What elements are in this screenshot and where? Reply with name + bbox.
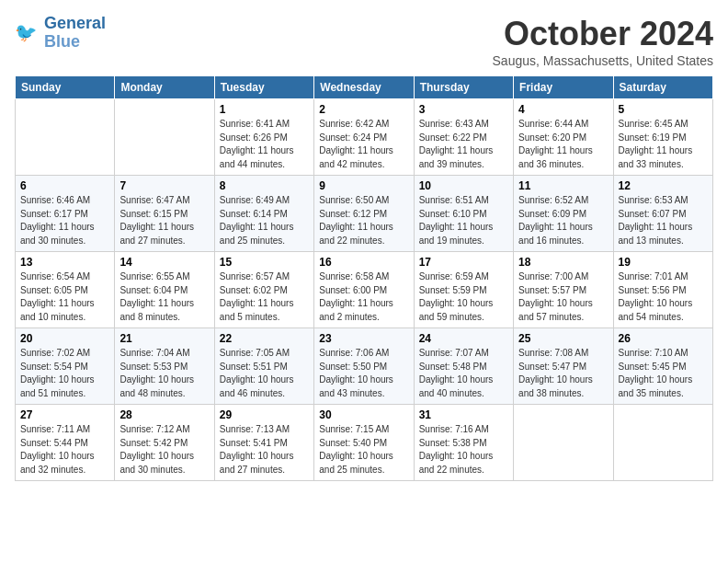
day-cell-0-0 (16, 99, 115, 176)
day-number: 27 (20, 408, 109, 421)
day-info: Sunrise: 7:01 AMSunset: 5:56 PMDaylight:… (619, 270, 708, 324)
day-cell-0-1 (115, 99, 214, 176)
week-row-1: 6Sunrise: 6:46 AMSunset: 6:17 PMDaylight… (16, 176, 713, 252)
day-info: Sunrise: 6:57 AMSunset: 6:02 PMDaylight:… (220, 270, 309, 324)
day-number: 7 (119, 179, 209, 192)
day-number: 3 (419, 103, 508, 116)
day-cell-4-2: 29Sunrise: 7:13 AMSunset: 5:41 PMDayligh… (214, 405, 313, 481)
day-cell-2-0: 13Sunrise: 6:54 AMSunset: 6:05 PMDayligh… (16, 252, 115, 328)
day-cell-3-1: 21Sunrise: 7:04 AMSunset: 5:53 PMDayligh… (115, 328, 214, 405)
day-info: Sunrise: 6:54 AMSunset: 6:05 PMDaylight:… (20, 270, 109, 324)
day-cell-0-3: 2Sunrise: 6:42 AMSunset: 6:24 PMDaylight… (314, 99, 414, 176)
day-cell-4-4: 31Sunrise: 7:16 AMSunset: 5:38 PMDayligh… (414, 405, 513, 481)
day-cell-0-6: 5Sunrise: 6:45 AMSunset: 6:19 PMDaylight… (613, 99, 712, 176)
day-cell-3-2: 22Sunrise: 7:05 AMSunset: 5:51 PMDayligh… (214, 328, 313, 405)
day-number: 8 (220, 179, 309, 192)
day-number: 20 (20, 332, 109, 345)
day-cell-0-2: 1Sunrise: 6:41 AMSunset: 6:26 PMDaylight… (214, 99, 313, 176)
day-cell-1-4: 10Sunrise: 6:51 AMSunset: 6:10 PMDayligh… (414, 176, 513, 252)
day-number: 17 (419, 256, 508, 269)
header-thursday: Thursday (414, 76, 513, 99)
day-info: Sunrise: 6:41 AMSunset: 6:26 PMDaylight:… (220, 118, 309, 171)
day-cell-1-3: 9Sunrise: 6:50 AMSunset: 6:12 PMDaylight… (314, 176, 414, 252)
day-info: Sunrise: 7:12 AMSunset: 5:42 PMDaylight:… (119, 423, 209, 477)
day-cell-0-4: 3Sunrise: 6:43 AMSunset: 6:22 PMDaylight… (414, 99, 513, 176)
day-info: Sunrise: 7:10 AMSunset: 5:45 PMDaylight:… (619, 347, 708, 400)
header-sunday: Sunday (16, 76, 115, 99)
day-number: 21 (119, 332, 209, 345)
day-info: Sunrise: 6:45 AMSunset: 6:19 PMDaylight:… (619, 118, 708, 171)
header-friday: Friday (514, 76, 613, 99)
day-number: 2 (319, 103, 408, 116)
day-cell-1-2: 8Sunrise: 6:49 AMSunset: 6:14 PMDaylight… (214, 176, 313, 252)
day-number: 6 (20, 179, 109, 192)
title-block: October 2024 Saugus, Massachusetts, Unit… (493, 15, 713, 68)
day-info: Sunrise: 7:11 AMSunset: 5:44 PMDaylight:… (20, 423, 109, 477)
day-info: Sunrise: 7:13 AMSunset: 5:41 PMDaylight:… (220, 423, 309, 477)
day-cell-1-5: 11Sunrise: 6:52 AMSunset: 6:09 PMDayligh… (514, 176, 613, 252)
day-number: 30 (319, 408, 408, 421)
day-info: Sunrise: 7:08 AMSunset: 5:47 PMDaylight:… (518, 347, 608, 400)
day-cell-2-1: 14Sunrise: 6:55 AMSunset: 6:04 PMDayligh… (115, 252, 214, 328)
day-info: Sunrise: 7:04 AMSunset: 5:53 PMDaylight:… (119, 347, 209, 400)
day-info: Sunrise: 6:47 AMSunset: 6:15 PMDaylight:… (119, 194, 209, 247)
day-cell-0-5: 4Sunrise: 6:44 AMSunset: 6:20 PMDaylight… (514, 99, 613, 176)
day-info: Sunrise: 6:44 AMSunset: 6:20 PMDaylight:… (518, 118, 608, 171)
calendar-header-row: Sunday Monday Tuesday Wednesday Thursday… (16, 76, 713, 99)
week-row-0: 1Sunrise: 6:41 AMSunset: 6:26 PMDaylight… (16, 99, 713, 176)
header-saturday: Saturday (613, 76, 712, 99)
day-number: 10 (419, 179, 508, 192)
day-cell-1-6: 12Sunrise: 6:53 AMSunset: 6:07 PMDayligh… (613, 176, 712, 252)
day-cell-4-0: 27Sunrise: 7:11 AMSunset: 5:44 PMDayligh… (16, 405, 115, 481)
day-cell-2-5: 18Sunrise: 7:00 AMSunset: 5:57 PMDayligh… (514, 252, 613, 328)
day-number: 24 (419, 332, 508, 345)
day-cell-4-1: 28Sunrise: 7:12 AMSunset: 5:42 PMDayligh… (115, 405, 214, 481)
day-info: Sunrise: 7:16 AMSunset: 5:38 PMDaylight:… (419, 423, 508, 477)
location: Saugus, Massachusetts, United States (493, 53, 713, 68)
day-info: Sunrise: 6:51 AMSunset: 6:10 PMDaylight:… (419, 194, 508, 247)
day-number: 18 (518, 256, 608, 269)
day-cell-4-5 (514, 405, 613, 481)
day-number: 28 (119, 408, 209, 421)
day-info: Sunrise: 7:05 AMSunset: 5:51 PMDaylight:… (220, 347, 309, 400)
day-number: 1 (220, 103, 309, 116)
day-cell-3-6: 26Sunrise: 7:10 AMSunset: 5:45 PMDayligh… (613, 328, 712, 405)
day-info: Sunrise: 6:43 AMSunset: 6:22 PMDaylight:… (419, 118, 508, 171)
day-info: Sunrise: 6:55 AMSunset: 6:04 PMDaylight:… (119, 270, 209, 324)
month-title: October 2024 (493, 15, 713, 53)
day-info: Sunrise: 6:49 AMSunset: 6:14 PMDaylight:… (220, 194, 309, 247)
day-cell-1-0: 6Sunrise: 6:46 AMSunset: 6:17 PMDaylight… (16, 176, 115, 252)
day-number: 22 (220, 332, 309, 345)
week-row-3: 20Sunrise: 7:02 AMSunset: 5:54 PMDayligh… (16, 328, 713, 405)
day-info: Sunrise: 7:02 AMSunset: 5:54 PMDaylight:… (20, 347, 109, 400)
day-info: Sunrise: 7:00 AMSunset: 5:57 PMDaylight:… (518, 270, 608, 324)
day-info: Sunrise: 7:07 AMSunset: 5:48 PMDaylight:… (419, 347, 508, 400)
logo-text: General Blue (44, 15, 106, 52)
day-info: Sunrise: 6:58 AMSunset: 6:00 PMDaylight:… (319, 270, 408, 324)
logo-icon: 🐦 (15, 20, 40, 46)
header-wednesday: Wednesday (314, 76, 414, 99)
day-cell-3-4: 24Sunrise: 7:07 AMSunset: 5:48 PMDayligh… (414, 328, 513, 405)
day-cell-3-3: 23Sunrise: 7:06 AMSunset: 5:50 PMDayligh… (314, 328, 414, 405)
day-number: 29 (220, 408, 309, 421)
day-info: Sunrise: 6:52 AMSunset: 6:09 PMDaylight:… (518, 194, 608, 247)
day-cell-4-6 (613, 405, 712, 481)
day-info: Sunrise: 6:53 AMSunset: 6:07 PMDaylight:… (619, 194, 708, 247)
day-cell-3-5: 25Sunrise: 7:08 AMSunset: 5:47 PMDayligh… (514, 328, 613, 405)
day-number: 4 (518, 103, 608, 116)
day-number: 14 (119, 256, 209, 269)
week-row-4: 27Sunrise: 7:11 AMSunset: 5:44 PMDayligh… (16, 405, 713, 481)
day-info: Sunrise: 6:50 AMSunset: 6:12 PMDaylight:… (319, 194, 408, 247)
day-number: 23 (319, 332, 408, 345)
header-tuesday: Tuesday (214, 76, 313, 99)
day-number: 15 (220, 256, 309, 269)
day-cell-3-0: 20Sunrise: 7:02 AMSunset: 5:54 PMDayligh… (16, 328, 115, 405)
day-info: Sunrise: 7:06 AMSunset: 5:50 PMDaylight:… (319, 347, 408, 400)
day-number: 25 (518, 332, 608, 345)
header-monday: Monday (115, 76, 214, 99)
day-number: 19 (619, 256, 708, 269)
day-number: 26 (619, 332, 708, 345)
day-number: 13 (20, 256, 109, 269)
day-cell-4-3: 30Sunrise: 7:15 AMSunset: 5:40 PMDayligh… (314, 405, 414, 481)
day-number: 11 (518, 179, 608, 192)
